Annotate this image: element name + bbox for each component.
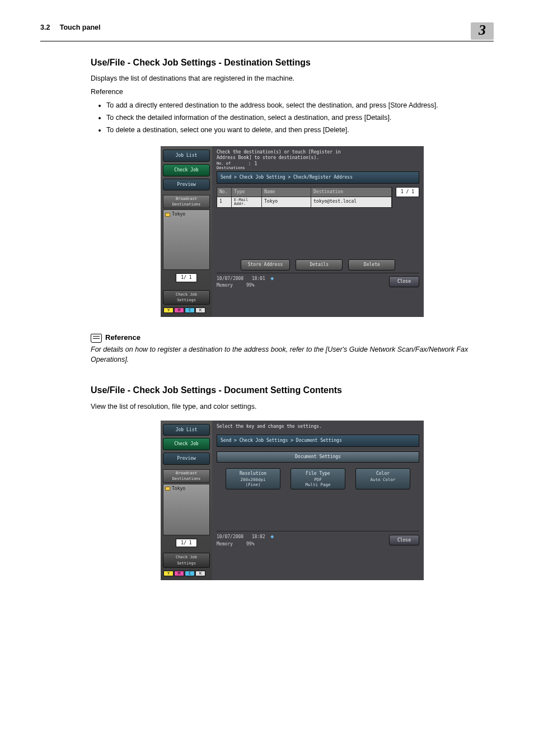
page-indicator: 1/ 1 xyxy=(176,539,197,548)
status-time: 18:01 xyxy=(252,276,265,281)
section1-bullets: To add a directly entered destination to… xyxy=(91,100,494,135)
cell-no: 1 xyxy=(217,197,232,208)
book-icon xyxy=(91,334,102,343)
color-tile[interactable]: Color Auto Color xyxy=(355,468,410,490)
delete-button[interactable]: Delete xyxy=(348,259,395,270)
header-left: 3.2 Touch panel xyxy=(40,22,100,32)
section2-title: Use/File - Check Job Settings - Document… xyxy=(91,384,494,396)
section-label: Touch panel xyxy=(60,24,101,31)
tile-value: 200x200dpi (Fine) xyxy=(227,478,279,487)
status-date: 10/07/2008 xyxy=(217,276,243,281)
num-dest-label: No. of Destinations xyxy=(217,161,245,171)
reference-block: Reference For details on how to register… xyxy=(91,333,494,365)
memory-value: 99% xyxy=(246,283,254,288)
toner-indicator: Y M C K xyxy=(163,570,210,577)
tile-label: File Type xyxy=(292,470,344,477)
resolution-tile[interactable]: Resolution 200x200dpi (Fine) xyxy=(226,468,280,490)
toner-y: Y xyxy=(163,307,174,313)
section1-lead: Displays the list of destinations that a… xyxy=(91,73,494,83)
reference-heading: Reference xyxy=(105,333,140,343)
envelope-icon xyxy=(165,487,170,491)
bullet-item: To check the detailed information of the… xyxy=(106,113,494,123)
destination-list[interactable]: Tokyo xyxy=(163,209,210,270)
list-item[interactable]: Tokyo xyxy=(165,486,208,492)
tile-value: Auto Color xyxy=(357,478,409,483)
list-item[interactable]: Tokyo xyxy=(165,211,208,218)
check-job-button[interactable]: Check Job xyxy=(163,164,210,176)
page-header: 3.2 Touch panel 3 xyxy=(40,22,494,41)
chapter-badge: 3 xyxy=(471,22,494,40)
diamond-icon: ◆ xyxy=(270,275,274,281)
col-type: Type xyxy=(232,188,262,197)
store-address-button[interactable]: Store Address xyxy=(241,259,291,270)
document-settings-header: Document Settings xyxy=(217,451,419,463)
toner-c: C xyxy=(185,307,195,313)
screenshot-document-settings: Job List Check Job Preview Broadcast Des… xyxy=(161,421,424,580)
bullet-item: To add a directly entered destination to… xyxy=(106,100,494,110)
table-header: No. Type Name Destination xyxy=(217,187,392,197)
reference-text: For details on how to register a destina… xyxy=(91,344,494,365)
table-row[interactable]: 1 E-Mail Addr. Tokyo tokyo@test.local xyxy=(217,197,392,208)
instr-line: Address Book] to store destination(s). xyxy=(217,155,319,160)
broadcast-destinations-label: Broadcast Destinations xyxy=(163,469,210,483)
section1-reference-label: Reference xyxy=(91,87,494,97)
col-destination: Destination xyxy=(311,188,392,197)
diamond-icon: ◆ xyxy=(270,533,274,539)
check-job-settings-button[interactable]: Check Job Settings xyxy=(163,290,210,305)
status-bar: 10/07/2008 18:02 ◆ Memory 99% Close xyxy=(217,531,419,547)
status-time: 18:02 xyxy=(252,534,265,539)
instruction-text: Check the destination(s) or touch [Regis… xyxy=(217,150,419,170)
memory-value: 99% xyxy=(246,542,254,547)
tile-label: Resolution xyxy=(227,470,279,477)
toner-m: M xyxy=(174,571,184,576)
instr-line: Check the destination(s) or touch [Regis… xyxy=(217,150,341,155)
list-item-label: Tokyo xyxy=(172,211,185,218)
toner-m: M xyxy=(174,307,184,313)
broadcast-destinations-label: Broadcast Destinations xyxy=(163,195,210,208)
col-no: No. xyxy=(217,188,232,197)
check-job-button[interactable]: Check Job xyxy=(163,438,210,450)
check-job-settings-button[interactable]: Check Job Settings xyxy=(163,553,210,567)
list-item-label: Tokyo xyxy=(172,486,185,492)
status-date: 10/07/2008 xyxy=(217,534,243,539)
tile-value: PDF Multi Page xyxy=(292,478,344,487)
breadcrumb: Send > Check Job Settings > Document Set… xyxy=(217,435,419,447)
num-dest-sep: : xyxy=(249,161,251,171)
table-page-badge: 1 / 1 xyxy=(396,187,419,197)
section2-lead: View the list of resolution, file type, … xyxy=(91,402,494,412)
filetype-tile[interactable]: File Type PDF Multi Page xyxy=(291,468,345,490)
toner-c: C xyxy=(185,571,195,576)
close-button[interactable]: Close xyxy=(389,535,419,546)
cell-name: Tokyo xyxy=(262,197,311,208)
toner-k: K xyxy=(195,307,205,313)
job-list-button[interactable]: Job List xyxy=(163,424,210,436)
status-bar: 10/07/2008 18:01 ◆ Memory 99% Close xyxy=(217,273,419,289)
section1-title: Use/File - Check Job Settings - Destinat… xyxy=(91,56,494,69)
col-name: Name xyxy=(262,188,311,197)
preview-button[interactable]: Preview xyxy=(163,452,210,465)
breadcrumb: Send > Check Job Setting > Check/Registe… xyxy=(217,171,419,184)
screenshot-destination-settings: Job List Check Job Preview Broadcast Des… xyxy=(161,146,424,317)
details-button[interactable]: Details xyxy=(296,259,343,270)
tile-label: Color xyxy=(357,470,409,477)
memory-label: Memory xyxy=(217,283,233,288)
close-button[interactable]: Close xyxy=(389,276,419,287)
toner-indicator: Y M C K xyxy=(163,307,210,314)
instruction-text: Select the key and change the settings. xyxy=(217,424,419,430)
envelope-icon xyxy=(165,213,170,217)
cell-destination: tokyo@test.local xyxy=(311,197,392,208)
page-indicator: 1/ 1 xyxy=(176,273,197,282)
toner-k: K xyxy=(195,571,205,576)
preview-button[interactable]: Preview xyxy=(163,179,210,191)
num-dest-value: 1 xyxy=(254,161,257,171)
destination-list[interactable]: Tokyo xyxy=(163,484,210,535)
job-list-button[interactable]: Job List xyxy=(163,150,210,162)
toner-y: Y xyxy=(163,571,174,576)
cell-type: E-Mail Addr. xyxy=(232,197,262,208)
section-number: 3.2 xyxy=(40,24,50,31)
memory-label: Memory xyxy=(217,542,233,547)
bullet-item: To delete a destination, select one you … xyxy=(106,125,494,135)
